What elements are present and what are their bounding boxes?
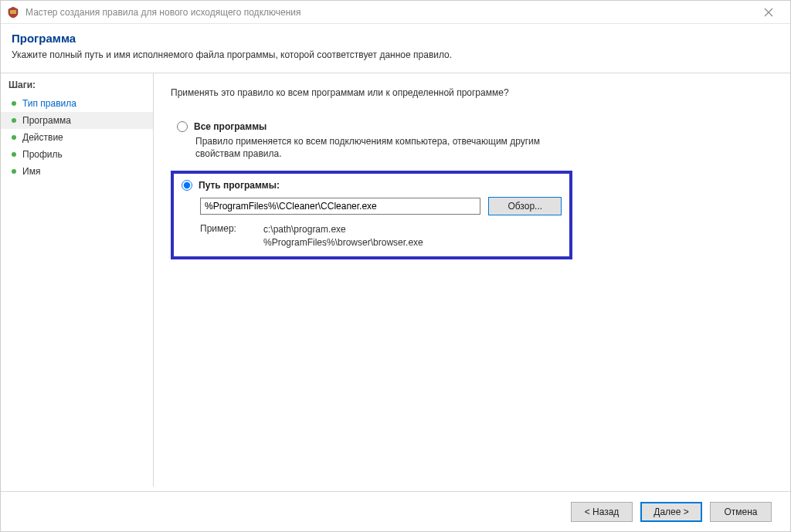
radio-all-desc: Правило применяется ко всем подключениям…	[195, 135, 566, 160]
step-name[interactable]: Имя	[1, 163, 153, 180]
example-label: Пример:	[200, 223, 246, 248]
step-dot-icon	[12, 101, 16, 106]
example-line-2: %ProgramFiles%\browser\browser.exe	[263, 236, 423, 249]
back-button[interactable]: < Назад	[571, 502, 633, 522]
radio-all-label: Все программы	[194, 121, 266, 132]
radio-all-programs[interactable]	[177, 121, 188, 132]
example-row: Пример: c:\path\program.exe %ProgramFile…	[200, 223, 562, 248]
sidebar-heading: Шаги:	[1, 80, 153, 95]
step-label: Тип правила	[22, 98, 76, 109]
program-path-highlight: Путь программы: Обзор... Пример: c:\path…	[171, 171, 572, 259]
step-label: Программа	[22, 115, 71, 126]
step-dot-icon	[12, 135, 16, 140]
header-section: Программа Укажите полный путь и имя испо…	[1, 24, 790, 73]
prompt-text: Применять это правило ко всем программам…	[171, 87, 773, 98]
step-dot-icon	[12, 169, 16, 174]
window-title: Мастер создания правила для нового исход…	[25, 7, 753, 18]
option-all-programs: Все программы Правило применяется ко все…	[171, 118, 773, 164]
main-row: Шаги: Тип правила Программа Действие Про…	[1, 73, 790, 486]
example-values: c:\path\program.exe %ProgramFiles%\brows…	[263, 223, 423, 248]
sidebar: Шаги: Тип правила Программа Действие Про…	[1, 73, 154, 486]
svg-rect-0	[10, 10, 16, 14]
step-profile[interactable]: Профиль	[1, 146, 153, 163]
step-label: Имя	[22, 166, 40, 177]
browse-button[interactable]: Обзор...	[488, 197, 562, 215]
program-path-input[interactable]	[200, 198, 480, 215]
step-label: Действие	[22, 132, 63, 143]
titlebar: Мастер создания правила для нового исход…	[1, 1, 790, 24]
content-area: Применять это правило ко всем программам…	[154, 73, 790, 486]
page-subtitle: Укажите полный путь и имя исполняемого ф…	[12, 49, 779, 60]
radio-program-path[interactable]	[182, 180, 192, 191]
radio-path-label: Путь программы:	[199, 180, 280, 191]
cancel-button[interactable]: Отмена	[710, 502, 772, 522]
next-button[interactable]: Далее >	[640, 502, 702, 522]
step-rule-type[interactable]: Тип правила	[1, 95, 153, 112]
footer: < Назад Далее > Отмена	[1, 491, 790, 531]
step-program[interactable]: Программа	[1, 112, 153, 129]
step-action[interactable]: Действие	[1, 129, 153, 146]
example-line-1: c:\path\program.exe	[263, 223, 423, 236]
close-button[interactable]	[753, 1, 784, 24]
step-dot-icon	[12, 152, 16, 157]
step-label: Профиль	[22, 149, 63, 160]
app-icon	[7, 6, 19, 19]
page-title: Программа	[12, 32, 779, 45]
step-dot-icon	[12, 118, 16, 123]
